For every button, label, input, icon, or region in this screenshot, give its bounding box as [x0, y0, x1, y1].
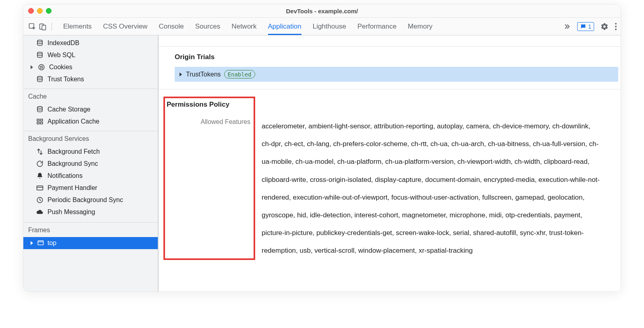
permissions-highlight-box: Permissions Policy Allowed Features: [163, 97, 255, 260]
sidebar-item-label: Periodic Background Sync: [47, 196, 123, 204]
titlebar: DevTools - example.com/: [23, 4, 621, 18]
trial-status-pill: Enabled: [224, 70, 255, 78]
more-tabs-icon[interactable]: [564, 23, 571, 30]
permissions-heading: Permissions Policy: [165, 100, 254, 118]
toolbar-left: [27, 18, 58, 35]
kebab-menu-icon[interactable]: [615, 23, 617, 30]
tab-performance[interactable]: Performance: [357, 18, 396, 35]
cache-heading: Cache: [23, 89, 158, 103]
sidebar-item-trust-tokens[interactable]: Trust Tokens: [23, 73, 158, 85]
sidebar-item-bg-fetch[interactable]: Background Fetch: [23, 146, 158, 158]
toggle-device-icon[interactable]: [39, 23, 47, 31]
database-icon: [36, 76, 43, 83]
svg-rect-16: [37, 186, 43, 190]
tab-lighthouse[interactable]: Lighthouse: [313, 18, 346, 35]
sidebar-item-push[interactable]: Push Messaging: [23, 206, 158, 218]
svg-point-5: [39, 64, 44, 70]
cloud-icon: [36, 208, 43, 216]
window-title: DevTools - example.com/: [23, 8, 621, 14]
sidebar-item-label: Cookies: [49, 64, 72, 71]
bg-services-heading: Background Services: [23, 131, 158, 146]
sidebar-item-label: Payment Handler: [47, 184, 97, 192]
cookie-icon: [38, 64, 45, 71]
tab-console[interactable]: Console: [159, 18, 184, 35]
issues-count: 1: [588, 23, 591, 30]
grid-icon: [36, 118, 43, 125]
toolbar: Elements CSS Overview Console Sources Ne…: [23, 18, 621, 35]
tab-elements[interactable]: Elements: [63, 18, 92, 35]
allowed-features-list: accelerometer, ambient-light-sensor, att…: [255, 97, 605, 260]
tab-css-overview[interactable]: CSS Overview: [103, 18, 148, 35]
svg-rect-14: [37, 122, 39, 124]
svg-rect-13: [41, 119, 43, 121]
svg-rect-2: [42, 25, 45, 30]
svg-point-7: [42, 66, 43, 67]
minimize-window-button[interactable]: [37, 8, 43, 14]
sidebar-item-bg-sync[interactable]: Background Sync: [23, 158, 158, 170]
origin-trial-row[interactable]: TrustTokens Enabled: [175, 67, 618, 82]
bg-services-group: Background Services Background Fetch: [23, 131, 158, 223]
tab-network[interactable]: Network: [231, 18, 256, 35]
transfer-icon: [36, 148, 43, 155]
origin-trials-section: Origin Trials TrustTokens Enabled: [159, 47, 621, 82]
sidebar-item-cache-storage[interactable]: Cache Storage: [23, 103, 158, 116]
database-icon: [36, 106, 43, 113]
main-content: Origin Trials TrustTokens Enabled Permis…: [159, 35, 621, 291]
window-controls: [28, 8, 52, 14]
expand-caret-icon: [31, 241, 33, 245]
database-icon: [36, 39, 43, 47]
sidebar-item-periodic-sync[interactable]: Periodic Background Sync: [23, 194, 158, 206]
storage-group: IndexedDB Web SQL: [23, 35, 158, 89]
sidebar-item-label: Notifications: [47, 172, 83, 179]
expand-caret-icon: [31, 65, 33, 69]
sidebar-item-label: IndexedDB: [47, 39, 79, 47]
permissions-section: Permissions Policy Allowed Features acce…: [159, 89, 621, 260]
sidebar-item-cookies[interactable]: Cookies: [23, 61, 158, 73]
close-window-button[interactable]: [28, 8, 34, 14]
settings-icon[interactable]: [601, 23, 609, 31]
inspect-element-icon[interactable]: [28, 23, 36, 31]
issues-badge[interactable]: 1: [577, 22, 594, 31]
sidebar-item-label: Background Fetch: [47, 148, 100, 155]
svg-point-8: [41, 68, 41, 69]
frames-heading: Frames: [23, 223, 158, 237]
svg-point-3: [37, 40, 42, 42]
sidebar-item-payment[interactable]: Payment Handler: [23, 182, 158, 194]
devtools-window: DevTools - example.com/ Elements CSS Ove…: [23, 4, 621, 292]
sidebar-item-label: Application Cache: [47, 118, 99, 125]
sidebar-item-indexeddb[interactable]: IndexedDB: [23, 37, 158, 49]
sidebar-item-label: Cache Storage: [47, 106, 91, 113]
clock-icon: [36, 196, 43, 204]
sidebar-item-label: Web SQL: [47, 52, 75, 59]
allowed-features-label: Allowed Features: [165, 118, 254, 126]
sidebar-item-label: top: [47, 239, 56, 247]
toolbar-divider: [52, 23, 52, 31]
cache-group: Cache Cache Storage Applica: [23, 89, 158, 131]
maximize-window-button[interactable]: [46, 8, 52, 14]
svg-point-6: [40, 66, 41, 67]
svg-rect-15: [41, 122, 43, 124]
panel-tabs: Elements CSS Overview Console Sources Ne…: [63, 18, 433, 35]
credit-card-icon: [36, 184, 43, 192]
tab-application[interactable]: Application: [268, 18, 301, 35]
origin-trials-heading: Origin Trials: [175, 53, 618, 61]
svg-rect-12: [37, 119, 39, 121]
svg-point-10: [37, 76, 42, 78]
frames-group: Frames top: [23, 223, 158, 249]
application-sidebar: IndexedDB Web SQL: [23, 35, 159, 291]
frame-icon: [37, 239, 44, 247]
svg-point-4: [37, 52, 42, 54]
trial-name: TrustTokens: [186, 71, 221, 78]
tab-sources[interactable]: Sources: [195, 18, 220, 35]
database-icon: [36, 52, 43, 59]
sidebar-item-notifications[interactable]: Notifications: [23, 170, 158, 182]
sidebar-item-label: Trust Tokens: [47, 76, 84, 83]
toolbar-right: 1: [564, 22, 617, 31]
svg-point-9: [42, 68, 43, 68]
sidebar-item-websql[interactable]: Web SQL: [23, 49, 158, 61]
panel-body: IndexedDB Web SQL: [23, 35, 621, 291]
tab-memory[interactable]: Memory: [408, 18, 432, 35]
sidebar-item-app-cache[interactable]: Application Cache: [23, 116, 158, 128]
frames-top-item[interactable]: top: [23, 237, 158, 249]
svg-point-11: [37, 107, 42, 109]
